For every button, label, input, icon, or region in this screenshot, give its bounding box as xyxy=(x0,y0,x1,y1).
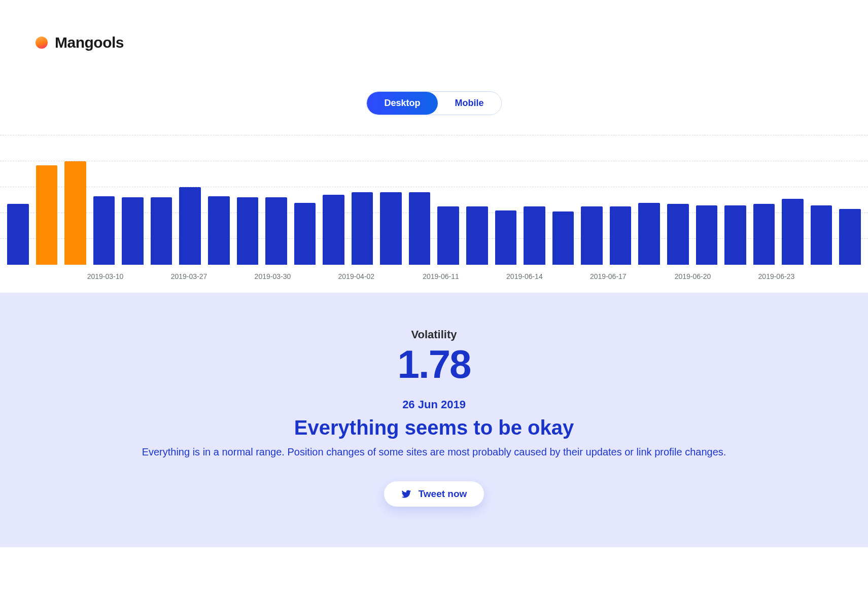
toggle-desktop[interactable]: Desktop xyxy=(367,92,437,115)
summary-panel: Volatility 1.78 26 Jun 2019 Everything s… xyxy=(0,293,868,547)
chart-x-tick: 2019-04-02 xyxy=(338,272,375,280)
chart-bar[interactable] xyxy=(466,206,488,265)
chart-bar[interactable] xyxy=(782,199,804,265)
volatility-description: Everything is in a normal range. Positio… xyxy=(20,446,848,458)
volatility-chart: 2019-03-102019-03-272019-03-302019-04-02… xyxy=(0,135,868,293)
chart-bar[interactable] xyxy=(122,197,144,265)
chart-bar[interactable] xyxy=(36,165,58,265)
device-toggle-wrap: Desktop Mobile xyxy=(0,61,868,135)
chart-bar[interactable] xyxy=(265,197,287,265)
chart-bar[interactable] xyxy=(323,195,344,265)
chart-x-tick: 2019-03-10 xyxy=(87,272,124,280)
toggle-desktop-label: Desktop xyxy=(384,98,420,109)
chart-bar[interactable] xyxy=(753,204,775,265)
chart-bar[interactable] xyxy=(811,205,832,265)
volatility-label: Volatility xyxy=(20,328,848,341)
mangools-logo-icon xyxy=(36,37,48,49)
tweet-now-button[interactable]: Tweet now xyxy=(384,481,484,507)
tweet-now-label: Tweet now xyxy=(419,488,467,500)
chart-bar[interactable] xyxy=(581,206,603,265)
chart-bar[interactable] xyxy=(7,204,29,265)
device-toggle: Desktop Mobile xyxy=(366,91,501,115)
chart-bar[interactable] xyxy=(610,206,632,265)
chart-x-tick: 2019-06-14 xyxy=(506,272,543,280)
chart-x-tick: 2019-06-11 xyxy=(423,272,459,280)
chart-bar[interactable] xyxy=(294,203,316,265)
chart-bar[interactable] xyxy=(352,192,373,265)
volatility-headline: Everything seems to be okay xyxy=(20,416,848,439)
twitter-icon xyxy=(401,489,411,499)
chart-x-tick: 2019-03-30 xyxy=(255,272,291,280)
chart-bar[interactable] xyxy=(667,204,689,265)
chart-bar[interactable] xyxy=(64,161,86,265)
chart-x-tick: 2019-06-23 xyxy=(758,272,795,280)
chart-bar[interactable] xyxy=(552,211,574,265)
volatility-value: 1.78 xyxy=(20,344,848,384)
toggle-mobile[interactable]: Mobile xyxy=(438,92,501,115)
chart-x-tick: 2019-06-20 xyxy=(675,272,711,280)
chart-bar[interactable] xyxy=(724,205,746,265)
chart-bar[interactable] xyxy=(524,206,545,265)
chart-x-tick: 2019-03-27 xyxy=(171,272,207,280)
chart-bar[interactable] xyxy=(93,196,115,265)
volatility-date: 26 Jun 2019 xyxy=(20,398,848,411)
toggle-mobile-label: Mobile xyxy=(455,98,484,109)
chart-x-tick: 2019-06-17 xyxy=(590,272,627,280)
chart-x-axis: 2019-03-102019-03-272019-03-302019-04-02… xyxy=(7,272,861,282)
chart-bar[interactable] xyxy=(179,187,201,265)
chart-bar[interactable] xyxy=(409,192,431,265)
chart-bar[interactable] xyxy=(839,209,861,265)
chart-bar[interactable] xyxy=(638,203,660,265)
chart-bar[interactable] xyxy=(696,205,718,265)
chart-bar[interactable] xyxy=(437,206,459,265)
brand-name: Mangools xyxy=(55,34,124,51)
chart-bar[interactable] xyxy=(151,197,172,265)
chart-bar[interactable] xyxy=(208,196,230,265)
topbar: Mangools xyxy=(0,0,868,61)
chart-bar[interactable] xyxy=(380,192,402,265)
chart-bars xyxy=(7,135,861,265)
chart-bar[interactable] xyxy=(237,197,259,265)
chart-bar[interactable] xyxy=(495,210,517,265)
